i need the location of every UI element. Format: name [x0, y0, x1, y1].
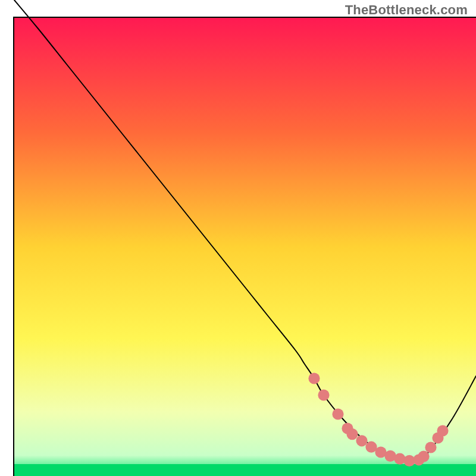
data-marker: [394, 453, 405, 465]
data-marker: [346, 428, 358, 440]
data-marker: [318, 389, 329, 400]
data-marker: [332, 408, 343, 419]
gradient-panel: [14, 18, 476, 476]
bottleneck-chart: [0, 0, 476, 476]
data-marker: [418, 451, 429, 462]
data-marker: [356, 435, 367, 446]
chart-container: TheBottleneck.com: [0, 0, 476, 476]
watermark-label: TheBottleneck.com: [345, 2, 468, 18]
data-marker: [425, 441, 436, 453]
optimal-band: [14, 464, 476, 476]
data-marker: [437, 425, 448, 436]
data-marker: [308, 372, 320, 384]
